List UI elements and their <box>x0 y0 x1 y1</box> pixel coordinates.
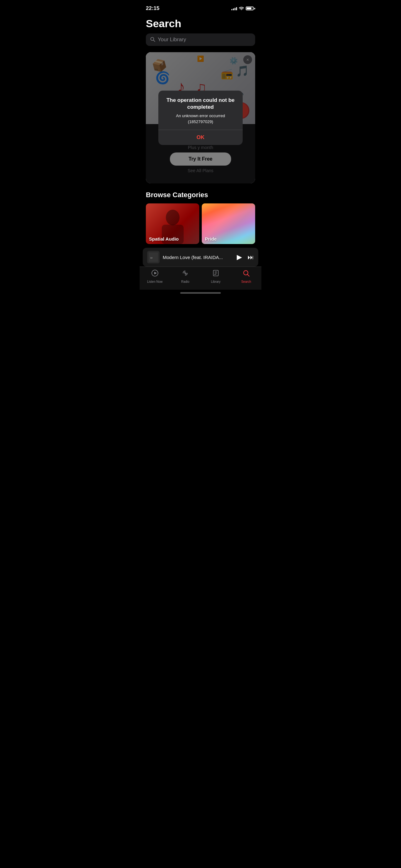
search-icon <box>150 37 155 43</box>
svg-marker-9 <box>154 272 157 274</box>
search-tab-label: Search <box>241 280 251 283</box>
page-title: Search <box>140 15 261 33</box>
spatial-audio-label: Spatial Audio <box>149 236 179 242</box>
listen-now-icon <box>151 269 159 279</box>
category-grid: Spatial Audio Pride <box>146 204 255 244</box>
svg-point-12 <box>214 274 215 275</box>
now-playing-title: Modern Love (feat. IRAIDA... <box>163 255 234 260</box>
search-bar[interactable]: Your Library <box>146 33 255 46</box>
tab-radio[interactable]: Radio <box>176 269 195 283</box>
search-placeholder: Your Library <box>158 36 186 43</box>
listen-now-label: Listen Now <box>147 280 162 283</box>
radio-label: Radio <box>181 280 189 283</box>
tab-listen-now[interactable]: Listen Now <box>145 269 164 283</box>
alert-overlay: The operation could not be completed An … <box>146 52 255 183</box>
svg-line-1 <box>154 40 155 41</box>
signal-icon <box>231 6 237 10</box>
status-icons <box>231 6 255 11</box>
music-banner: 📦 ⚙️ 🌀 ♪ ♫ 📻 🎵 🎶 🔊 🔴 ▶️ <box>146 52 255 183</box>
browse-categories-title: Browse Categories <box>146 191 255 199</box>
battery-icon <box>246 6 255 10</box>
main-content: Search Your Library 📦 ⚙️ 🌀 ♪ ♫ 📻 🎵 🎶 🔊 <box>140 15 261 248</box>
home-bar <box>180 292 221 294</box>
svg-text:W: W <box>150 256 153 259</box>
radio-icon <box>181 269 189 279</box>
pride-label: Pride <box>205 236 217 242</box>
forward-button[interactable]: ⏭ <box>248 254 254 261</box>
album-art-image: W <box>149 252 158 262</box>
now-playing-bar[interactable]: W Modern Love (feat. IRAIDA... ▶ ⏭ <box>143 248 258 267</box>
status-bar: 22:15 <box>140 0 261 15</box>
browse-section: Browse Categories Spatial Audio Pride <box>140 183 261 248</box>
library-icon <box>212 269 220 279</box>
alert-title: The operation could not be completed <box>163 97 238 111</box>
wifi-icon <box>239 6 244 11</box>
search-tab-icon <box>242 269 250 279</box>
svg-point-4 <box>166 210 179 225</box>
alert-ok-button[interactable]: OK <box>158 130 243 145</box>
library-label: Library <box>211 280 221 283</box>
tab-library[interactable]: Library <box>206 269 225 283</box>
svg-line-14 <box>248 275 249 277</box>
album-art: W <box>147 251 160 264</box>
tab-bar: Listen Now Radio Library S <box>140 267 261 290</box>
alert-body: The operation could not be completed An … <box>158 91 243 130</box>
svg-point-10 <box>185 273 186 274</box>
home-indicator <box>140 290 261 295</box>
category-card-pride[interactable]: Pride <box>202 204 255 244</box>
now-playing-controls: ▶ ⏭ <box>237 253 254 261</box>
alert-dialog: The operation could not be completed An … <box>158 91 243 145</box>
status-time: 22:15 <box>146 5 159 11</box>
play-button[interactable]: ▶ <box>237 253 242 261</box>
category-card-spatial-audio[interactable]: Spatial Audio <box>146 204 199 244</box>
tab-search[interactable]: Search <box>237 269 256 283</box>
alert-message: An unknown error occurred (1852797029) <box>163 113 238 124</box>
